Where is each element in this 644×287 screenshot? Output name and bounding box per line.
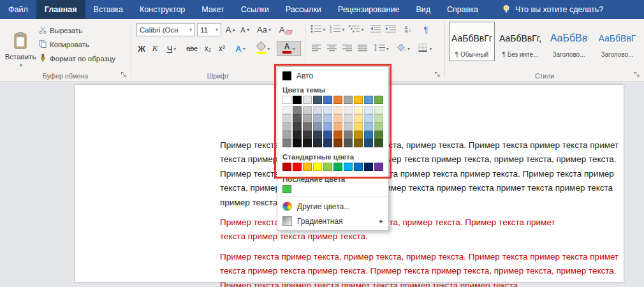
color-swatch[interactable] — [313, 106, 322, 114]
color-swatch[interactable] — [354, 106, 363, 114]
color-swatch[interactable] — [282, 131, 291, 139]
color-swatch[interactable] — [374, 106, 383, 114]
color-swatch[interactable] — [313, 96, 322, 104]
color-swatch[interactable] — [303, 122, 312, 131]
color-swatch[interactable] — [374, 114, 383, 122]
paragraph-dialog-launcher[interactable] — [434, 71, 441, 78]
color-swatch[interactable] — [344, 139, 353, 147]
superscript-button[interactable]: х² — [216, 41, 228, 56]
color-swatch[interactable] — [282, 122, 291, 131]
sort-button[interactable]: АЯ↓ — [400, 23, 416, 36]
color-swatch[interactable] — [293, 131, 302, 139]
color-swatch[interactable] — [303, 106, 312, 114]
color-swatch[interactable] — [344, 96, 353, 104]
color-swatch[interactable] — [333, 96, 342, 104]
color-swatch[interactable] — [323, 96, 332, 104]
color-swatch[interactable] — [364, 131, 373, 139]
shading-button[interactable]: ▾ — [393, 41, 413, 56]
color-swatch[interactable] — [313, 122, 322, 131]
color-swatch[interactable] — [354, 96, 363, 104]
cut-button[interactable]: Вырезать — [37, 24, 84, 37]
borders-button[interactable]: ▾ — [415, 41, 435, 56]
more-colors-item[interactable]: Другие цвета... — [277, 199, 388, 214]
styles-dialog-launcher[interactable] — [633, 71, 641, 78]
font-color-button[interactable]: А ▾ — [277, 41, 301, 56]
color-swatch[interactable] — [333, 139, 342, 147]
align-left-button[interactable] — [309, 41, 323, 56]
color-swatch[interactable] — [354, 122, 363, 131]
font-size-combo[interactable]: 11 ▾ — [197, 23, 221, 36]
color-swatch[interactable] — [282, 96, 291, 104]
color-swatch[interactable] — [323, 163, 332, 171]
color-swatch[interactable] — [374, 163, 383, 171]
tab-review[interactable]: Рецензирование — [330, 0, 408, 19]
decrease-indent-button[interactable] — [368, 23, 382, 36]
color-swatch[interactable] — [354, 139, 363, 147]
align-right-button[interactable] — [340, 41, 354, 56]
shrink-font-button[interactable]: А▼ — [238, 23, 252, 36]
color-swatch[interactable] — [303, 139, 312, 147]
color-swatch[interactable] — [344, 131, 353, 139]
color-swatch[interactable] — [303, 163, 312, 171]
color-swatch[interactable] — [333, 163, 342, 171]
color-swatch[interactable] — [293, 139, 302, 147]
tab-help[interactable]: Справка — [439, 0, 487, 19]
color-swatch[interactable] — [374, 131, 383, 139]
clipboard-dialog-launcher[interactable] — [120, 71, 128, 78]
tab-insert[interactable]: Вставка — [85, 0, 131, 19]
color-swatch[interactable] — [313, 131, 322, 139]
line-spacing-button[interactable]: ▾ — [372, 41, 391, 56]
tab-design[interactable]: Конструктор — [131, 0, 193, 19]
font-name-combo[interactable]: Calibri (Осн ▾ — [136, 23, 195, 36]
align-center-button[interactable] — [325, 41, 339, 56]
color-swatch[interactable] — [333, 106, 342, 114]
clear-formatting-button[interactable]: А — [277, 23, 295, 36]
color-swatch[interactable] — [364, 163, 373, 171]
grow-font-button[interactable]: А▲ — [224, 23, 238, 36]
underline-button[interactable]: Ч▾ — [162, 41, 181, 56]
color-swatch[interactable] — [344, 163, 353, 171]
color-swatch[interactable] — [293, 114, 302, 122]
copy-button[interactable]: Копировать — [37, 38, 91, 51]
color-swatch[interactable] — [323, 139, 332, 147]
color-swatch[interactable] — [344, 106, 353, 114]
color-swatch[interactable] — [374, 122, 383, 131]
color-swatch[interactable] — [354, 114, 363, 122]
italic-button[interactable]: К — [149, 41, 161, 56]
format-painter-button[interactable]: Формат по образцу — [37, 52, 117, 65]
color-swatch[interactable] — [344, 114, 353, 122]
text-effects-button[interactable]: А▾ — [231, 41, 250, 56]
increase-indent-button[interactable] — [383, 23, 397, 36]
tab-mailings[interactable]: Рассылки — [277, 0, 330, 19]
color-swatch[interactable] — [293, 96, 302, 104]
style-heading2[interactable]: АаБбВвГ Заголово... — [594, 22, 640, 61]
color-swatch[interactable] — [282, 139, 291, 147]
color-swatch[interactable] — [333, 131, 342, 139]
color-swatch[interactable] — [323, 114, 332, 122]
color-swatch[interactable] — [354, 131, 363, 139]
color-swatch[interactable] — [323, 122, 332, 131]
justify-button[interactable] — [355, 41, 369, 56]
color-swatch[interactable] — [282, 163, 291, 171]
tab-view[interactable]: Вид — [407, 0, 439, 19]
color-swatch[interactable] — [364, 139, 373, 147]
color-swatch[interactable] — [313, 139, 322, 147]
auto-color-item[interactable]: Авто — [277, 69, 388, 83]
tab-references[interactable]: Ссылки — [233, 0, 277, 19]
color-swatch[interactable] — [293, 122, 302, 131]
color-swatch[interactable] — [374, 139, 383, 147]
strikethrough-button[interactable]: abc — [184, 41, 200, 56]
highlight-color-button[interactable]: ▾ — [252, 41, 274, 56]
color-swatch[interactable] — [374, 96, 383, 104]
tell-me[interactable]: Что вы хотите сделать? — [497, 0, 608, 19]
bold-button[interactable]: Ж — [135, 41, 148, 56]
paste-button[interactable]: Вставить ▾ — [3, 22, 38, 78]
style-normal[interactable]: АаБбВвГг ¶ Обычный — [449, 22, 495, 61]
show-marks-button[interactable]: ¶ — [419, 23, 433, 36]
color-swatch[interactable] — [364, 106, 373, 114]
color-swatch[interactable] — [303, 96, 312, 104]
color-swatch[interactable] — [282, 106, 291, 114]
style-no-spacing[interactable]: АаБбВвГг, ¶ Без инте... — [497, 22, 543, 61]
tab-file[interactable]: Файл — [0, 0, 36, 19]
tab-home[interactable]: Главная — [36, 0, 85, 19]
